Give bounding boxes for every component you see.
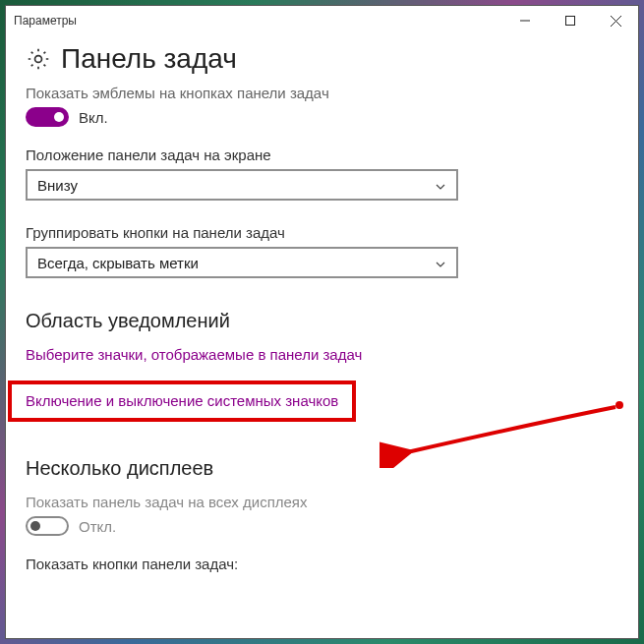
titlebar: Параметры xyxy=(6,6,638,35)
show-all-toggle-row: Откл. xyxy=(26,516,618,536)
position-label: Положение панели задач на экране xyxy=(26,146,618,163)
close-button[interactable] xyxy=(593,6,638,35)
minimize-button[interactable] xyxy=(502,6,548,35)
highlight-annotation: Включение и выключение системных значков xyxy=(26,381,374,422)
group-select[interactable]: Всегда, скрывать метки xyxy=(26,247,458,278)
settings-window: Параметры Панель задач Показать эмблемы … xyxy=(5,5,639,639)
page-heading: Панель задач xyxy=(26,43,618,75)
notification-area-heading: Область уведомлений xyxy=(26,310,618,332)
show-all-toggle-state: Откл. xyxy=(79,518,116,535)
group-select-value: Всегда, скрывать метки xyxy=(37,255,435,271)
window-title: Параметры xyxy=(14,14,502,28)
emblems-label: Показать эмблемы на кнопках панели задач xyxy=(26,85,618,101)
svg-rect-1 xyxy=(566,17,575,26)
highlight-box: Включение и выключение системных значков xyxy=(8,381,356,422)
emblems-toggle-state: Вкл. xyxy=(79,109,108,126)
page-title: Панель задач xyxy=(61,43,237,75)
position-select-value: Внизу xyxy=(37,177,435,194)
svg-point-4 xyxy=(35,56,42,63)
show-all-toggle[interactable] xyxy=(26,516,69,536)
show-buttons-label: Показать кнопки панели задач: xyxy=(26,556,618,572)
chevron-down-icon xyxy=(435,179,446,191)
emblems-toggle-row: Вкл. xyxy=(26,107,618,127)
emblems-toggle[interactable] xyxy=(26,107,69,127)
show-all-displays-label: Показать панель задач на всех дисплеях xyxy=(26,494,618,510)
maximize-button[interactable] xyxy=(548,6,593,35)
multiple-displays-heading: Несколько дисплеев xyxy=(26,457,618,480)
system-icons-link[interactable]: Включение и выключение системных значков xyxy=(26,392,338,409)
select-icons-link[interactable]: Выберите значки, отображаемые в панели з… xyxy=(26,346,362,363)
content-area: Панель задач Показать эмблемы на кнопках… xyxy=(6,43,638,572)
position-select[interactable]: Внизу xyxy=(26,169,458,201)
chevron-down-icon xyxy=(435,257,446,268)
group-label: Группировать кнопки на панели задач xyxy=(26,224,618,241)
gear-icon xyxy=(26,46,51,72)
